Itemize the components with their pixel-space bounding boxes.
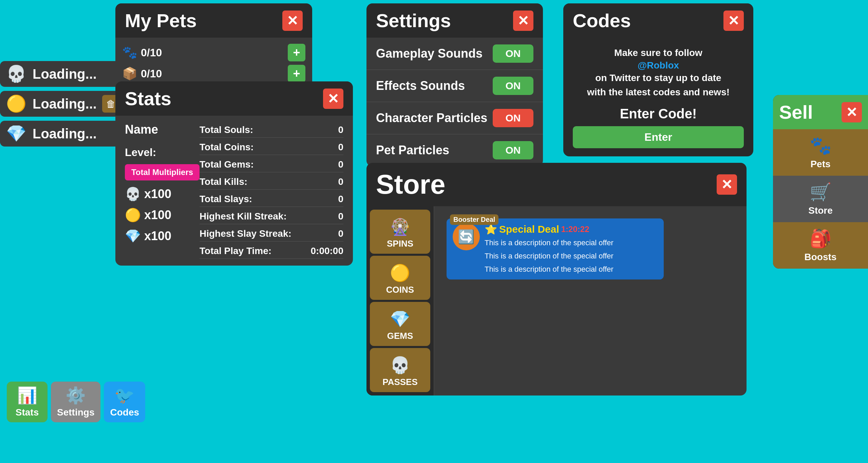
settings-close-button[interactable]: ✕ — [513, 11, 533, 31]
stat-label-5: Highest Kill Streak: — [200, 211, 335, 222]
stats-multipliers-button[interactable]: Total Multipliers — [125, 164, 200, 180]
pets-add-button-2[interactable]: + — [288, 65, 305, 82]
codes-nav-button[interactable]: 🐦 Codes — [104, 382, 145, 422]
booster-badge: Booster Deal — [450, 214, 498, 225]
codes-text-line1: Make sure to follow — [573, 46, 744, 60]
booster-icon: 🔄 — [453, 223, 480, 250]
multiplier-skull-icon: 💀 — [125, 187, 141, 201]
booster-info: ⭐ Special Deal 1:20:22 This is a descrip… — [485, 223, 658, 275]
store-close-button[interactable]: ✕ — [717, 174, 737, 195]
settings-label-2: Character Particles — [376, 111, 487, 125]
sell-item-icon-1: 🛒 — [810, 182, 832, 202]
stats-icon: 📊 — [17, 386, 37, 405]
my-pets-title: My Pets — [125, 9, 197, 32]
store-main: Booster Deal 🔄 ⭐ Special Deal 1:20:22 Th… — [434, 206, 747, 396]
settings-row-0: Gameplay SoundsON — [366, 38, 543, 70]
stat-row: Total Slays:0 — [200, 192, 343, 207]
sell-title: Sell — [779, 101, 813, 123]
settings-icon: ⚙️ — [65, 386, 86, 405]
booster-timer: 1:20:22 — [561, 225, 589, 234]
stats-nav-label: Stats — [16, 407, 39, 418]
stats-close-button[interactable]: ✕ — [323, 89, 343, 109]
paw-icon: 🐾 — [122, 45, 137, 60]
sell-item-icon-0: 🐾 — [810, 135, 832, 156]
store-side-icon-0: 🎡 — [390, 217, 410, 236]
sell-close-button[interactable]: ✕ — [842, 102, 862, 122]
sell-item-btn-pets[interactable]: 🐾Pets — [773, 129, 868, 176]
settings-toggle-1[interactable]: ON — [493, 77, 533, 95]
codes-close-button[interactable]: ✕ — [723, 11, 744, 31]
stat-label-1: Total Coins: — [200, 142, 335, 153]
pets-count-1: 0/10 — [141, 46, 284, 59]
stats-nav-button[interactable]: 📊 Stats — [7, 382, 48, 422]
sidebar-gem-label: Loading... — [33, 126, 120, 141]
store-sidebar: 🎡SPINS🟡COINS💎GEMS💀PASSES — [366, 206, 434, 396]
sidebar-skull-label: Loading... — [33, 66, 120, 82]
sell-item-btn-store[interactable]: 🛒Store — [773, 176, 868, 222]
codes-content: Make sure to follow @Roblox on Twitter t… — [563, 38, 753, 156]
sell-item-btn-boosts[interactable]: 🎒Boosts — [773, 222, 868, 269]
store-side-label-1: COINS — [386, 285, 414, 295]
store-title: Store — [376, 169, 446, 200]
stats-left-col: Name Level: Total Multipliers 💀 x100 🟡 x… — [125, 122, 200, 259]
stat-label-2: Total Gems: — [200, 159, 335, 170]
pets-count-2: 0/10 — [141, 67, 284, 80]
bottom-nav: 📊 Stats ⚙️ Settings 🐦 Codes — [7, 382, 145, 422]
stats-content: Name Level: Total Multipliers 💀 x100 🟡 x… — [115, 116, 353, 266]
stat-value-1: 0 — [338, 142, 343, 153]
codes-header: Codes ✕ — [563, 3, 753, 38]
store-side-label-3: PASSES — [382, 377, 418, 387]
codes-enter-button[interactable]: Enter — [573, 126, 744, 148]
booster-desc-2: This is a description of the special off… — [485, 250, 658, 262]
booster-desc-1: This is a description of the special off… — [485, 237, 658, 248]
stats-level-label: Level: — [125, 146, 200, 159]
my-pets-close-button[interactable]: ✕ — [282, 11, 303, 31]
stat-row: Total Kills:0 — [200, 174, 343, 190]
multiplier-gem-value: x100 — [144, 229, 171, 243]
codes-nav-label: Codes — [110, 407, 139, 418]
booster-desc-3: This is a description of the special off… — [485, 264, 658, 275]
settings-row-1: Effects SoundsON — [366, 70, 543, 102]
stat-label-4: Total Slays: — [200, 194, 335, 205]
settings-nav-button[interactable]: ⚙️ Settings — [51, 382, 100, 422]
settings-label-3: Pet Particles — [376, 143, 449, 157]
pets-add-button-1[interactable]: + — [288, 44, 305, 61]
sell-item-label-2: Boosts — [805, 252, 837, 263]
store-side-btn-passes[interactable]: 💀PASSES — [370, 348, 430, 392]
stat-value-5: 0 — [338, 211, 343, 222]
settings-nav-label: Settings — [57, 407, 94, 418]
store-side-btn-gems[interactable]: 💎GEMS — [370, 302, 430, 346]
multiplier-skull-row: 💀 x100 — [125, 187, 200, 201]
settings-toggle-3[interactable]: ON — [493, 141, 533, 159]
sell-item-label-0: Pets — [810, 159, 830, 170]
pets-count-row-2: 📦 0/10 + — [122, 65, 305, 82]
store-side-btn-coins[interactable]: 🟡COINS — [370, 256, 430, 300]
box-icon: 📦 — [122, 66, 137, 81]
settings-rows: Gameplay SoundsONEffects SoundsONCharact… — [366, 38, 543, 167]
settings-toggle-0[interactable]: ON — [493, 44, 533, 63]
store-header: Store ✕ — [366, 163, 747, 206]
store-side-label-0: SPINS — [387, 238, 413, 249]
multiplier-coin-icon: 🟡 — [125, 208, 141, 223]
settings-toggle-2[interactable]: ON — [493, 109, 533, 127]
stat-label-0: Total Souls: — [200, 124, 335, 135]
sell-item-icon-2: 🎒 — [810, 228, 832, 249]
codes-text-line3: with the latest codes and news! — [573, 85, 744, 99]
stat-row: Total Coins:0 — [200, 140, 343, 155]
sell-item-label-1: Store — [808, 205, 833, 216]
stat-row: Total Gems:0 — [200, 157, 343, 172]
coin-icon: 🟡 — [5, 94, 27, 113]
store-side-btn-spins[interactable]: 🎡SPINS — [370, 210, 430, 254]
store-side-icon-2: 💎 — [390, 310, 410, 329]
multiplier-gem-row: 💎 x100 — [125, 229, 200, 244]
settings-panel: Settings ✕ Gameplay SoundsONEffects Soun… — [366, 3, 543, 167]
settings-row-3: Pet ParticlesON — [366, 134, 543, 167]
booster-deal: Booster Deal 🔄 ⭐ Special Deal 1:20:22 Th… — [447, 218, 664, 279]
multiplier-coin-value: x100 — [144, 208, 171, 222]
stats-header: Stats ✕ — [115, 81, 353, 116]
store-side-icon-3: 💀 — [390, 356, 410, 375]
store-layout: 🎡SPINS🟡COINS💎GEMS💀PASSES Booster Deal 🔄 … — [366, 206, 747, 396]
gem-icon: 💎 — [5, 124, 27, 143]
store-side-icon-1: 🟡 — [390, 264, 410, 283]
stat-row: Total Souls:0 — [200, 122, 343, 138]
